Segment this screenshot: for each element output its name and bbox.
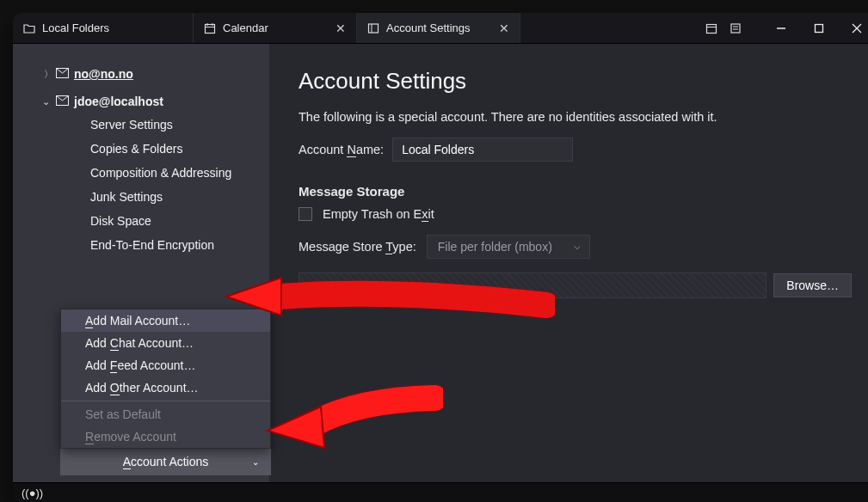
checkbox-empty-trash[interactable] (299, 207, 312, 221)
sidebar-item-e2e[interactable]: End-To-End Encryption (13, 233, 269, 257)
tasks-toolbar-icon[interactable] (729, 22, 742, 34)
close-icon[interactable]: ✕ (336, 21, 346, 35)
mail-icon (56, 67, 69, 81)
menu-add-chat-account[interactable]: Add Chat Account… (61, 332, 270, 354)
account-actions-button[interactable]: Account Actions ⌄ (60, 448, 271, 475)
titlebar: Local Folders Calendar ✕ Account Setting… (13, 13, 868, 44)
chevron-down-icon: ⌄ (42, 96, 50, 107)
tab-local-folders[interactable]: Local Folders (13, 13, 194, 43)
settings-pane-icon (367, 22, 379, 34)
svg-rect-0 (206, 24, 215, 33)
folder-icon (23, 22, 35, 34)
account-actions-menu: AAdd Mail Account…dd Mail Account… Add C… (60, 309, 271, 449)
status-bar: ((●)) (13, 482, 868, 502)
svg-rect-8 (731, 24, 740, 33)
menu-set-default: Set as Default (61, 403, 270, 425)
empty-trash-label: Empty Trash on Exit (323, 207, 434, 221)
sidebar-item-composition[interactable]: Composition & Addressing (13, 161, 269, 185)
menu-add-mail-account[interactable]: AAdd Mail Account…dd Mail Account… (61, 309, 270, 332)
sidebar-item-disk[interactable]: Disk Space (13, 209, 269, 233)
page-title: Account Settings (299, 68, 852, 95)
chevron-down-icon: ⌄ (252, 457, 259, 467)
tab-label: Calendar (223, 21, 268, 34)
menu-separator (61, 401, 270, 401)
svg-rect-12 (816, 24, 823, 32)
menu-add-other-account[interactable]: Add Other Account… (61, 376, 270, 399)
main-area: 〉 no@no.no ⌄ jdoe@localhost Server Setti… (13, 44, 868, 482)
account-name: no@no.no (74, 67, 133, 81)
maximize-button[interactable] (800, 13, 838, 44)
sidebar-item-server[interactable]: Server Settings (13, 113, 269, 137)
menu-add-feed-account[interactable]: Add Feed Account… (61, 354, 270, 376)
local-directory-input[interactable] (299, 272, 766, 298)
sidebar-item-copies[interactable]: Copies & Folders (13, 137, 269, 161)
store-type-label: Message Store Type: (299, 240, 416, 254)
sync-icon: ((●)) (22, 487, 43, 499)
browse-button[interactable]: Browse… (773, 273, 852, 297)
calendar-icon (204, 22, 216, 34)
tab-calendar[interactable]: Calendar ✕ (194, 13, 357, 43)
tab-account-settings[interactable]: Account Settings ✕ (357, 13, 520, 43)
minimize-button[interactable] (762, 13, 800, 44)
tab-label: Account Settings (386, 21, 471, 34)
mail-icon (56, 95, 69, 108)
close-button[interactable] (838, 13, 868, 44)
account-row-no[interactable]: 〉 no@no.no (13, 63, 269, 85)
store-type-select[interactable]: File per folder (mbox) (427, 235, 590, 259)
svg-rect-4 (369, 24, 379, 33)
local-directory-row: Browse… (299, 272, 852, 298)
account-row-jdoe[interactable]: ⌄ jdoe@localhost (13, 90, 269, 113)
account-sidebar: 〉 no@no.no ⌄ jdoe@localhost Server Setti… (13, 44, 269, 482)
menu-remove-account: Remove Account (61, 425, 270, 448)
empty-trash-row[interactable]: Empty Trash on Exit (299, 207, 852, 221)
storage-heading: Message Storage (299, 184, 852, 199)
chevron-right-icon: 〉 (44, 68, 53, 81)
svg-rect-6 (707, 24, 717, 33)
sidebar-item-junk[interactable]: Junk Settings (13, 185, 269, 209)
tab-label: Local Folders (42, 21, 109, 34)
close-icon[interactable]: ✕ (499, 21, 509, 35)
account-name: jdoe@localhost (74, 95, 163, 108)
account-name-input[interactable] (392, 138, 573, 162)
account-name-label: Account Name: (299, 143, 384, 156)
settings-content: Account Settings The following is a spec… (269, 44, 868, 482)
toolbar-right (705, 13, 868, 43)
window-controls (762, 13, 868, 44)
account-name-row: Account Name: (299, 138, 852, 162)
store-type-row: Message Store Type: File per folder (mbo… (299, 235, 852, 259)
page-description: The following is a special account. Ther… (299, 110, 852, 124)
app-window: Local Folders Calendar ✕ Account Setting… (13, 13, 868, 502)
calendar-toolbar-icon[interactable] (705, 22, 717, 34)
